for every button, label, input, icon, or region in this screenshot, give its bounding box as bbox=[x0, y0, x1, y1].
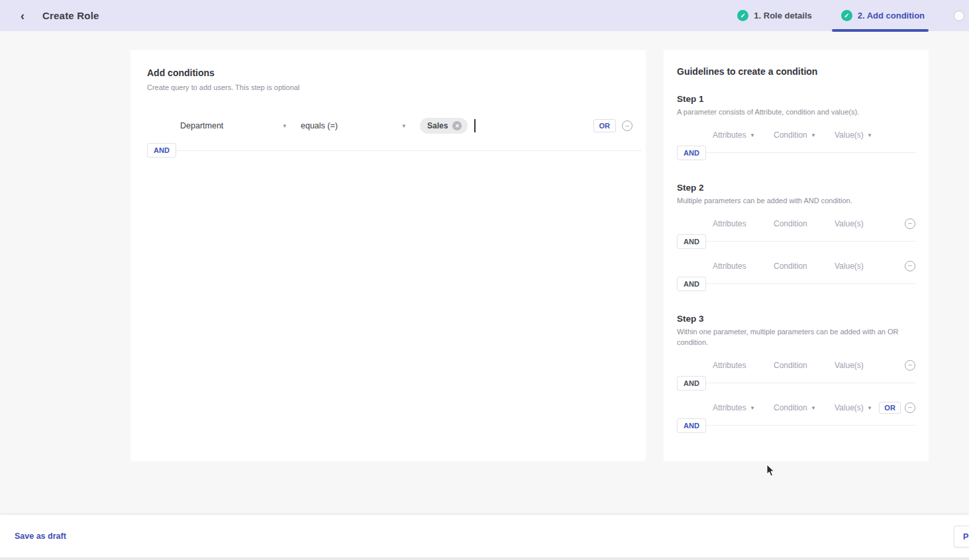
step-title: Step 3 bbox=[677, 314, 915, 324]
empty-circle-icon bbox=[954, 11, 964, 21]
add-conditions-panel: Add conditions Create query to add users… bbox=[130, 50, 646, 461]
divider-line bbox=[706, 152, 915, 153]
example-and-row: AND bbox=[677, 146, 915, 160]
and-button[interactable]: AND bbox=[147, 143, 176, 158]
chevron-down-icon: ▾ bbox=[751, 132, 754, 138]
active-tab-underline bbox=[832, 29, 929, 32]
step-title: Step 1 bbox=[677, 94, 915, 104]
value-chip: Sales ✕ bbox=[420, 118, 468, 134]
panel-subtitle: Create query to add users. This step is … bbox=[147, 83, 646, 91]
condition-dropdown[interactable]: equals (=) ▾ bbox=[301, 121, 405, 130]
condition-value: equals (=) bbox=[301, 121, 338, 130]
values-label: Value(s) bbox=[835, 130, 864, 140]
step-role-details[interactable]: ✓ 1. Role details bbox=[737, 0, 811, 31]
example-and-row: AND bbox=[677, 418, 915, 433]
example-and-row: AND bbox=[677, 234, 915, 249]
values-label: Value(s) bbox=[835, 361, 864, 370]
divider-line bbox=[706, 383, 915, 383]
step-application[interactable]: 3. Applica bbox=[954, 0, 969, 31]
attributes-label: Attributes bbox=[713, 361, 746, 370]
example-and-row: AND bbox=[677, 277, 915, 291]
step-description: A parameter consists of Attribute, condi… bbox=[677, 107, 905, 118]
chevron-down-icon: ▾ bbox=[751, 404, 754, 411]
chevron-down-icon: ▾ bbox=[283, 122, 286, 129]
remove-row-icon: − bbox=[905, 402, 915, 413]
divider-line bbox=[706, 241, 915, 242]
and-badge: AND bbox=[677, 146, 706, 160]
condition-label: Condition bbox=[774, 219, 807, 228]
text-cursor bbox=[474, 119, 476, 132]
attributes-label: Attributes bbox=[713, 261, 746, 271]
and-badge: AND bbox=[677, 234, 706, 249]
remove-condition-icon[interactable]: − bbox=[622, 120, 633, 131]
condition-label: Condition bbox=[774, 403, 807, 412]
and-badge: AND bbox=[677, 418, 706, 433]
back-icon: ‹ bbox=[21, 9, 25, 23]
top-header: ‹ Create Role ✓ 1. Role details ✓ 2. Add… bbox=[0, 0, 969, 31]
example-row: Attributes Condition Value(s) − bbox=[677, 218, 915, 230]
divider-line bbox=[706, 425, 915, 426]
wizard-steps: ✓ 1. Role details ✓ 2. Add condition 3. … bbox=[737, 0, 969, 31]
footer-bar: Save as draft Pr bbox=[0, 515, 969, 557]
row-actions: OR − bbox=[593, 119, 633, 132]
values-label: Value(s) bbox=[835, 403, 864, 412]
chevron-down-icon: ▾ bbox=[868, 404, 872, 411]
condition-row: Department ▾ equals (=) ▾ Sales ✕ OR − bbox=[130, 114, 646, 138]
condition-label: Condition bbox=[774, 261, 807, 271]
panel-title: Add conditions bbox=[147, 68, 646, 78]
chevron-down-icon: ▾ bbox=[402, 122, 405, 129]
mouse-cursor bbox=[766, 464, 776, 477]
back-button[interactable]: ‹ bbox=[15, 8, 30, 24]
step-title: Step 2 bbox=[677, 183, 915, 193]
chip-label: Sales bbox=[427, 121, 448, 130]
and-row: AND bbox=[130, 143, 646, 158]
example-row: Attributes Condition Value(s) − bbox=[677, 359, 915, 371]
example-row: Attributes▾ Condition▾ Value(s)▾ bbox=[677, 129, 915, 141]
chevron-down-icon: ▾ bbox=[868, 132, 872, 138]
example-row: Attributes▾ Condition▾ Value(s)▾ OR − bbox=[677, 402, 915, 414]
attribute-value: Department bbox=[180, 121, 223, 130]
divider-line bbox=[176, 150, 642, 151]
chevron-down-icon: ▾ bbox=[812, 132, 815, 138]
attributes-label: Attributes bbox=[713, 219, 746, 228]
chevron-down-icon: ▾ bbox=[812, 404, 815, 411]
values-label: Value(s) bbox=[835, 219, 864, 228]
remove-value-icon[interactable]: ✕ bbox=[452, 121, 462, 130]
remove-row-icon: − bbox=[905, 261, 915, 271]
or-badge: OR bbox=[879, 402, 901, 414]
values-label: Value(s) bbox=[835, 261, 864, 271]
bottom-strip bbox=[0, 557, 969, 560]
example-and-row: AND bbox=[677, 376, 915, 391]
condition-label: Condition bbox=[774, 130, 807, 140]
step-description: Multiple parameters can be added with AN… bbox=[677, 196, 905, 207]
guideline-step-2: Step 2 Multiple parameters can be added … bbox=[677, 183, 915, 291]
guidelines-panel: Guidelines to create a condition Step 1 … bbox=[664, 50, 929, 461]
step-add-condition[interactable]: ✓ 2. Add condition bbox=[841, 0, 925, 31]
guidelines-title: Guidelines to create a condition bbox=[677, 66, 915, 77]
step-label: 2. Add condition bbox=[858, 11, 925, 21]
condition-label: Condition bbox=[774, 361, 807, 370]
page-title: Create Role bbox=[42, 10, 99, 21]
check-icon: ✓ bbox=[841, 10, 852, 21]
divider-line bbox=[706, 283, 915, 284]
guideline-step-1: Step 1 A parameter consists of Attribute… bbox=[677, 94, 915, 160]
or-button[interactable]: OR bbox=[593, 119, 617, 132]
attribute-dropdown[interactable]: Department ▾ bbox=[180, 121, 286, 130]
values-input[interactable]: Sales ✕ bbox=[420, 118, 476, 134]
save-as-draft-button[interactable]: Save as draft bbox=[15, 532, 66, 541]
attributes-label: Attributes bbox=[713, 130, 746, 140]
remove-row-icon: − bbox=[905, 218, 915, 229]
attributes-label: Attributes bbox=[713, 403, 746, 412]
step-label: 1. Role details bbox=[754, 11, 811, 21]
remove-row-icon: − bbox=[905, 360, 915, 371]
guideline-step-3: Step 3 Within one parameter, multiple pa… bbox=[677, 314, 915, 433]
and-badge: AND bbox=[677, 277, 706, 291]
step-description: Within one parameter, multiple parameter… bbox=[677, 327, 905, 348]
and-badge: AND bbox=[677, 376, 706, 391]
check-icon: ✓ bbox=[737, 10, 748, 21]
example-row: Attributes Condition Value(s) − bbox=[677, 260, 915, 272]
next-button[interactable]: Pr bbox=[954, 526, 969, 547]
